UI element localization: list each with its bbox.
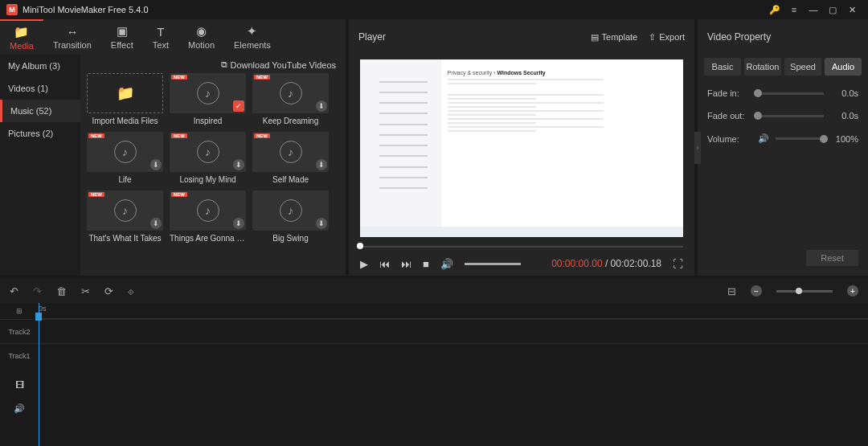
delete-button[interactable]: 🗑 xyxy=(56,285,67,297)
player-panel: Player ▤Template ⇧Export Privacy & secur… xyxy=(349,19,694,276)
speed-button[interactable]: ⟳ xyxy=(104,285,113,297)
zoom-in-button[interactable]: + xyxy=(847,285,858,297)
property-value: 0.0s xyxy=(830,111,858,121)
music-note-icon: ♪ xyxy=(280,82,302,104)
title-bar: M MiniTool MovieMaker Free 5.4.0 🔑 ≡ — ▢… xyxy=(0,0,868,19)
property-value: 100% xyxy=(830,134,858,144)
split-button[interactable]: ✂ xyxy=(81,285,90,297)
music-note-icon: ♪ xyxy=(114,141,137,163)
sidebar-item-videos[interactable]: Videos (1) xyxy=(0,77,80,100)
media-item[interactable]: ♪NEW⬇Life xyxy=(87,132,163,187)
effect-icon: ▣ xyxy=(117,24,128,39)
music-note-icon: ♪ xyxy=(114,199,137,222)
export-button[interactable]: ⇧Export xyxy=(649,32,685,43)
crop-button[interactable]: ⟐ xyxy=(128,285,134,297)
tab-effect-label: Effect xyxy=(111,40,133,50)
music-note-icon: ♪ xyxy=(197,141,219,163)
media-item[interactable]: ♪NEW⬇Things Are Gonna Ge... xyxy=(170,190,246,246)
media-item[interactable]: ♪NEW⬇Self Made xyxy=(252,132,329,187)
media-item[interactable]: 📁Import Media Files xyxy=(87,73,163,129)
sidebar-item-music[interactable]: Music (52) xyxy=(0,100,80,122)
key-icon[interactable]: 🔑 xyxy=(765,0,784,19)
media-item[interactable]: ♪⬇Big Swing xyxy=(252,190,329,246)
scrub-bar[interactable] xyxy=(360,243,683,248)
panel-collapse-handle[interactable]: › xyxy=(694,132,701,164)
fit-button[interactable]: ⊟ xyxy=(727,285,736,297)
download-icon: ⧉ xyxy=(221,59,227,70)
media-item[interactable]: ♪NEW⬇That's What It Takes xyxy=(87,190,163,246)
media-panel: 📁Media ↔Transition ▣Effect TText ◉Motion… xyxy=(0,19,346,276)
property-row: Fade in:0.0s xyxy=(707,88,858,98)
tab-audio[interactable]: Audio xyxy=(825,58,862,76)
download-icon[interactable]: ⬇ xyxy=(316,159,327,170)
folder-icon: 📁 xyxy=(14,25,29,39)
preview-viewport[interactable]: Privacy & security › Windows Security xyxy=(360,59,683,237)
prev-frame-button[interactable]: ⏮ xyxy=(379,258,390,270)
next-frame-button[interactable]: ⏭ xyxy=(401,258,411,270)
maximize-button[interactable]: ▢ xyxy=(823,0,842,19)
property-row: Fade out:0.0s xyxy=(707,111,858,121)
sidebar-item-album[interactable]: My Album (3) xyxy=(0,55,80,77)
sidebar-item-pictures[interactable]: Pictures (2) xyxy=(0,122,80,145)
media-item-label: That's What It Takes xyxy=(87,231,163,246)
tab-transition-label: Transition xyxy=(53,40,92,50)
property-panel: › Video Property Basic Rotation Speed Au… xyxy=(698,19,868,276)
sparkle-icon: ✦ xyxy=(247,24,257,39)
audio-track[interactable]: 🔊 xyxy=(0,403,868,414)
tab-elements[interactable]: ✦Elements xyxy=(224,19,280,55)
download-icon[interactable]: ⬇ xyxy=(316,218,327,229)
playhead[interactable] xyxy=(39,303,39,446)
download-icon[interactable]: ⬇ xyxy=(233,159,244,170)
close-button[interactable]: ✕ xyxy=(842,0,862,19)
media-item[interactable]: ♪NEW⬇Losing My Mind xyxy=(170,132,246,187)
music-note-icon: ♪ xyxy=(280,199,302,222)
app-title: MiniTool MovieMaker Free 5.4.0 xyxy=(23,5,765,14)
property-slider[interactable] xyxy=(758,115,824,117)
download-icon[interactable]: ⬇ xyxy=(233,218,244,229)
download-icon[interactable]: ⬇ xyxy=(316,100,327,112)
menu-icon[interactable]: ≡ xyxy=(784,0,804,19)
tab-media[interactable]: 📁Media xyxy=(0,19,43,55)
template-label: Template xyxy=(602,32,638,42)
export-label: Export xyxy=(659,32,685,42)
tab-speed[interactable]: Speed xyxy=(784,58,821,76)
music-note-icon: ♪ xyxy=(197,199,219,222)
zoom-slider[interactable] xyxy=(776,290,833,293)
stop-button[interactable]: ■ xyxy=(423,258,429,270)
property-slider[interactable] xyxy=(758,92,824,95)
media-grid[interactable]: 📁Import Media Files♪NEW✓Inspired♪NEW⬇Kee… xyxy=(80,73,346,276)
volume-slider[interactable] xyxy=(465,263,521,265)
tab-effect[interactable]: ▣Effect xyxy=(101,19,143,55)
tab-motion-label: Motion xyxy=(188,40,215,50)
redo-button[interactable]: ↷ xyxy=(33,285,42,297)
media-grid-area: ⧉Download YouTube Videos 📁Import Media F… xyxy=(80,55,346,276)
library-sidebar: My Album (3) Videos (1) Music (52) Pictu… xyxy=(0,55,80,276)
timecode: 00:00:00.00 / 00:02:00.18 xyxy=(532,258,661,269)
fullscreen-button[interactable]: ⛶ xyxy=(673,258,683,270)
media-item[interactable]: ♪NEW✓Inspired xyxy=(170,73,246,129)
tab-rotation[interactable]: Rotation xyxy=(744,58,781,76)
download-youtube-link[interactable]: ⧉Download YouTube Videos xyxy=(80,55,346,73)
minimize-button[interactable]: — xyxy=(804,0,823,19)
tab-basic[interactable]: Basic xyxy=(704,58,741,76)
media-item[interactable]: ♪NEW⬇Keep Dreaming xyxy=(252,73,329,129)
template-button[interactable]: ▤Template xyxy=(591,32,638,43)
transition-icon: ↔ xyxy=(66,25,78,39)
new-badge: NEW xyxy=(171,192,187,197)
property-slider[interactable] xyxy=(776,137,824,140)
download-icon[interactable]: ⬇ xyxy=(150,159,162,170)
undo-button[interactable]: ↶ xyxy=(10,285,18,297)
tab-transition[interactable]: ↔Transition xyxy=(43,19,101,55)
zoom-out-button[interactable]: − xyxy=(751,285,762,297)
template-icon: ▤ xyxy=(591,32,599,43)
timeline[interactable]: ⊞ 0s Track2 Track1 🎞 🔊 xyxy=(0,303,868,446)
volume-icon[interactable]: 🔊 xyxy=(440,258,453,270)
volume-icon[interactable]: 🔊 xyxy=(758,133,769,144)
tab-text[interactable]: TText xyxy=(143,19,178,55)
tab-motion[interactable]: ◉Motion xyxy=(178,19,224,55)
property-label: Fade out: xyxy=(707,111,751,121)
property-row: Volume:🔊100% xyxy=(707,133,858,144)
reset-button[interactable]: Reset xyxy=(806,250,858,266)
play-button[interactable]: ▶ xyxy=(360,258,368,270)
download-icon[interactable]: ⬇ xyxy=(150,218,162,229)
